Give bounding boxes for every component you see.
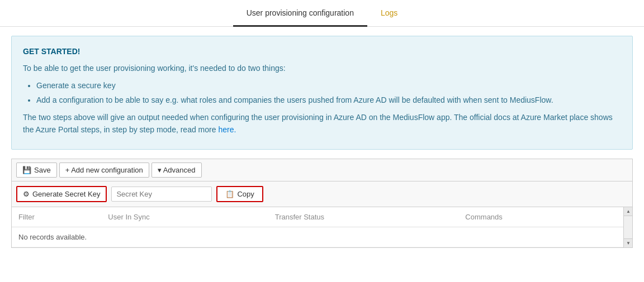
data-table: Filter User In Sync Transfer Status Comm… [12,207,632,247]
tab-logs[interactable]: Logs [367,1,411,27]
info-box-intro: To be able to get the user provisioning … [23,62,621,74]
info-box: GET STARTED! To be able to get the user … [11,36,633,150]
secret-key-row: ⚙ Generate Secret Key 📋 Copy [11,181,633,207]
advanced-button[interactable]: ▾ Advanced [151,162,202,178]
no-records-cell: No records available. [12,227,632,247]
copy-button[interactable]: 📋 Copy [216,186,263,202]
tabs-bar: User provisioning configuration Logs [0,0,644,27]
info-box-footer: The two steps above will give an output … [23,111,621,136]
scroll-down-arrow[interactable]: ▼ [624,238,632,247]
bullet-1: Generate a secure key [36,79,621,92]
generate-secret-key-button[interactable]: ⚙ Generate Secret Key [16,186,107,202]
scrollbar[interactable]: ▲ ▼ [623,207,632,247]
col-transfer-status: Transfer Status [268,207,459,227]
copy-icon: 📋 [225,190,234,198]
scroll-up-arrow[interactable]: ▲ [624,207,632,216]
col-filter: Filter [12,207,101,227]
info-box-list: Generate a secure key Add a configuratio… [23,79,621,107]
table-wrapper: Filter User In Sync Transfer Status Comm… [12,207,632,247]
bullet-2: Add a configuration to be able to say e.… [36,94,621,106]
table-header: Filter User In Sync Transfer Status Comm… [12,207,632,227]
key-icon: ⚙ [23,190,30,198]
table-body: No records available. [12,227,632,247]
col-commands: Commands [458,207,632,227]
add-config-button[interactable]: + Add new configuration [59,162,149,178]
save-icon: 💾 [22,166,31,174]
save-button[interactable]: 💾 Save [16,162,57,178]
info-box-title: GET STARTED! [23,45,621,58]
main-content: GET STARTED! To be able to get the user … [0,27,644,257]
info-box-link[interactable]: here. [218,125,236,134]
tab-user-provisioning[interactable]: User provisioning configuration [233,1,367,27]
data-table-container: Filter User In Sync Transfer Status Comm… [11,207,633,248]
toolbar: 💾 Save + Add new configuration ▾ Advance… [11,159,633,181]
col-user-in-sync: User In Sync [101,207,268,227]
no-records-row: No records available. [12,227,632,247]
secret-key-input[interactable] [111,187,212,202]
